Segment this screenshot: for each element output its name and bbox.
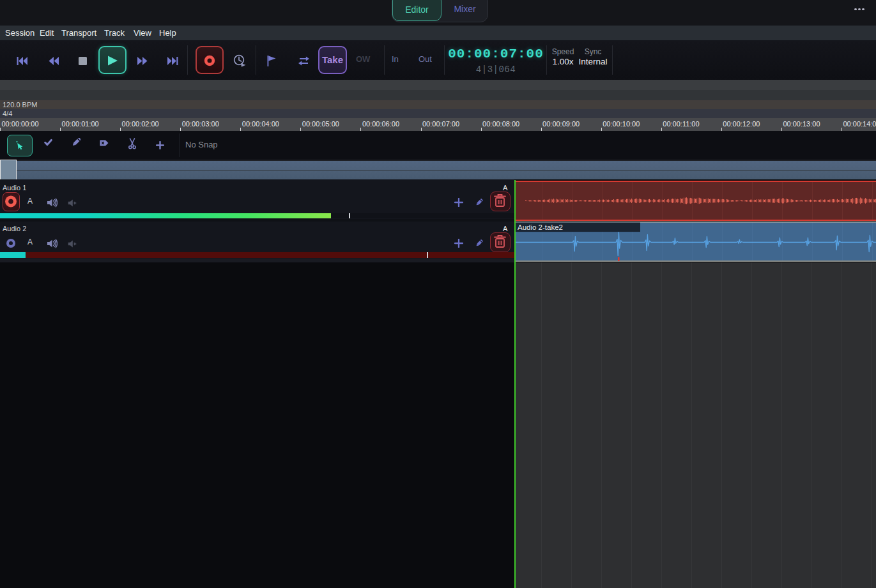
svg-text:Audio 2-take2: Audio 2-take2: [518, 223, 563, 231]
